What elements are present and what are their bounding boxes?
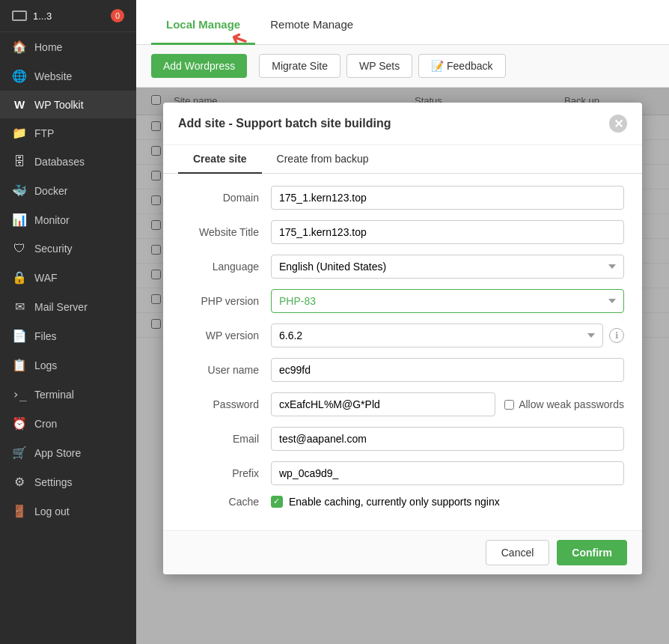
add-site-modal: Add site - Support batch site building ✕… xyxy=(163,103,642,574)
email-label: Email xyxy=(181,433,271,445)
sidebar: 1...3 0 🏠 Home 🌐 Website W WP Toolkit 📁 … xyxy=(0,0,136,644)
cache-checkbox[interactable] xyxy=(271,496,283,508)
sidebar-label-waf: WAF xyxy=(34,272,58,284)
confirm-button[interactable]: Confirm xyxy=(557,540,627,565)
monitor-nav-icon: 📊 xyxy=(12,213,27,227)
php-label: PHP version xyxy=(181,295,271,307)
sidebar-label-settings: Settings xyxy=(34,476,73,488)
sidebar-item-website[interactable]: 🌐 Website xyxy=(0,61,136,91)
sidebar-label-home: Home xyxy=(34,41,62,53)
sidebar-label-logout: Log out xyxy=(34,505,70,517)
notification-badge: 0 xyxy=(111,9,124,22)
sidebar-label-files: Files xyxy=(34,330,57,342)
email-input[interactable] xyxy=(271,427,624,451)
sidebar-item-home[interactable]: 🏠 Home xyxy=(0,32,136,61)
monitor-icon xyxy=(12,10,27,21)
password-label: Password xyxy=(181,398,271,410)
toolbar: Add Wordpress ➜ Migrate Site WP Sets 📝 F… xyxy=(136,45,669,88)
sidebar-logo-text: 1...3 xyxy=(33,10,52,22)
domain-row: Domain xyxy=(181,186,624,210)
domain-input[interactable] xyxy=(271,186,624,210)
docker-icon: 🐳 xyxy=(12,183,27,198)
username-row: User name xyxy=(181,358,624,382)
sidebar-label-databases: Databases xyxy=(34,156,85,168)
username-label: User name xyxy=(181,364,271,376)
website-title-row: Website Title xyxy=(181,220,624,244)
tabs-header: Local Manage Remote Manage xyxy=(136,0,669,45)
modal-header: Add site - Support batch site building ✕ xyxy=(163,103,642,145)
migrate-site-button[interactable]: Migrate Site xyxy=(259,54,340,78)
username-input[interactable] xyxy=(271,358,624,382)
sidebar-item-monitor[interactable]: 📊 Monitor xyxy=(0,205,136,234)
home-icon: 🏠 xyxy=(12,40,27,54)
sidebar-logo: 1...3 0 xyxy=(0,0,136,32)
tab-create-from-backup[interactable]: Create from backup xyxy=(262,145,384,174)
feedback-button[interactable]: 📝 Feedback xyxy=(418,54,505,78)
sidebar-item-logout[interactable]: 🚪 Log out xyxy=(0,496,136,526)
sidebar-item-terminal[interactable]: ›_ Terminal xyxy=(0,380,136,409)
ftp-icon: 📁 xyxy=(12,126,27,140)
security-icon: 🛡 xyxy=(12,242,27,255)
wp-version-select[interactable]: 6.6.2 xyxy=(271,323,603,347)
main-content: Local Manage Remote Manage Add Wordpress… xyxy=(136,0,669,644)
modal-close-button[interactable]: ✕ xyxy=(609,115,627,133)
modal-form: Domain Website Title Language English (U… xyxy=(163,174,642,530)
sidebar-label-terminal: Terminal xyxy=(34,389,74,401)
add-wordpress-button[interactable]: Add Wordpress xyxy=(151,54,247,78)
sidebar-label-mail-server: Mail Server xyxy=(34,301,88,313)
wp-version-label: WP version xyxy=(181,329,271,341)
sidebar-item-app-store[interactable]: 🛒 App Store xyxy=(0,438,136,467)
sidebar-item-ftp[interactable]: 📁 FTP xyxy=(0,118,136,148)
allow-weak-passwords-label[interactable]: Allow weak passwords xyxy=(504,398,624,410)
cache-row: Cache Enable caching, currently only sup… xyxy=(181,496,624,508)
sidebar-item-files[interactable]: 📄 Files xyxy=(0,321,136,350)
sidebar-item-docker[interactable]: 🐳 Docker xyxy=(0,176,136,205)
wp-sets-button[interactable]: WP Sets xyxy=(346,54,412,78)
prefix-input[interactable] xyxy=(271,461,624,485)
sidebar-item-logs[interactable]: 📋 Logs xyxy=(0,350,136,380)
logout-icon: 🚪 xyxy=(12,504,27,518)
waf-icon: 🔒 xyxy=(12,270,27,285)
website-title-input[interactable] xyxy=(271,220,624,244)
sidebar-label-app-store: App Store xyxy=(34,447,81,459)
sidebar-label-ftp: FTP xyxy=(34,127,54,139)
settings-icon: ⚙ xyxy=(12,475,27,489)
tab-remote-manage[interactable]: Remote Manage xyxy=(255,6,368,45)
mail-icon: ✉ xyxy=(12,300,27,314)
sidebar-item-waf[interactable]: 🔒 WAF xyxy=(0,263,136,292)
sidebar-item-databases[interactable]: 🗄 Databases xyxy=(0,148,136,176)
allow-weak-passwords-checkbox[interactable] xyxy=(504,400,514,410)
language-select[interactable]: English (United States) xyxy=(271,255,624,279)
terminal-icon: ›_ xyxy=(12,387,27,401)
files-icon: 📄 xyxy=(12,329,27,343)
modal-footer: Cancel Confirm xyxy=(163,530,642,574)
sidebar-item-security[interactable]: 🛡 Security xyxy=(0,234,136,263)
email-row: Email xyxy=(181,427,624,451)
app-store-icon: 🛒 xyxy=(12,446,27,460)
password-row: Password Allow weak passwords xyxy=(181,392,624,416)
sidebar-label-docker: Docker xyxy=(34,185,67,197)
website-title-label: Website Title xyxy=(181,226,271,238)
sidebar-item-mail-server[interactable]: ✉ Mail Server xyxy=(0,292,136,321)
language-label: Language xyxy=(181,261,271,273)
modal-tabs: Create site Create from backup xyxy=(163,145,642,174)
sidebar-label-logs: Logs xyxy=(34,359,57,371)
sidebar-label-cron: Cron xyxy=(34,418,57,430)
php-version-select[interactable]: PHP-83 xyxy=(271,289,624,313)
feedback-icon: 📝 xyxy=(431,60,447,72)
language-row: Language English (United States) xyxy=(181,255,624,279)
prefix-label: Prefix xyxy=(181,467,271,479)
allow-weak-label-text: Allow weak passwords xyxy=(519,398,624,410)
website-icon: 🌐 xyxy=(12,69,27,83)
sidebar-item-wp-toolkit[interactable]: W WP Toolkit xyxy=(0,91,136,118)
cancel-button[interactable]: Cancel xyxy=(486,540,550,565)
password-input[interactable] xyxy=(271,392,495,416)
wp-version-info-icon[interactable]: ℹ xyxy=(609,328,624,343)
modal-title: Add site - Support batch site building xyxy=(178,117,391,130)
databases-icon: 🗄 xyxy=(12,155,27,168)
sidebar-label-security: Security xyxy=(34,243,73,255)
sidebar-item-cron[interactable]: ⏰ Cron xyxy=(0,409,136,438)
logs-icon: 📋 xyxy=(12,358,27,372)
tab-create-site[interactable]: Create site xyxy=(178,145,262,174)
sidebar-item-settings[interactable]: ⚙ Settings xyxy=(0,467,136,496)
